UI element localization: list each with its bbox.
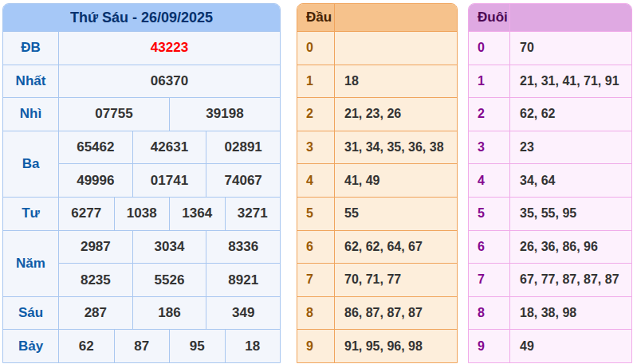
prize-label-nhi: Nhì: [3, 98, 59, 131]
prize-value: 06370: [59, 65, 280, 98]
prize-value: 5526: [132, 264, 206, 296]
prize-row-db: ĐB 43223: [3, 31, 280, 65]
dau-row-7: 7 70, 71, 77: [297, 263, 457, 296]
duoi-row-2: 2 62, 62: [469, 97, 631, 131]
prize-label-tu: Tư: [3, 198, 59, 230]
dau-row-5: 5 55: [297, 197, 457, 230]
prize-label-bay: Bảy: [3, 330, 59, 362]
dau-row-4: 4 41, 49: [297, 163, 457, 197]
dau-digit: 2: [297, 98, 335, 131]
duoi-values: 18, 38, 98: [510, 297, 631, 330]
dau-row-6: 6 62, 62, 64, 67: [297, 230, 457, 264]
lottery-results-page: Thứ Sáu - 26/09/2025 ĐB 43223 Nhất 06370…: [0, 0, 633, 364]
duoi-header-empty: [510, 4, 631, 31]
prize-value: 2987: [59, 231, 132, 264]
prize-row-bay: Bảy 62 87 95 18: [3, 329, 280, 362]
duoi-row-9: 9 49: [469, 329, 631, 362]
duoi-digit: 6: [469, 231, 510, 264]
dau-values: 86, 87, 87, 87: [335, 297, 457, 330]
dau-digit: 3: [297, 131, 335, 164]
duoi-values: 70: [510, 32, 631, 65]
duoi-digit: 1: [469, 65, 510, 98]
prize-value: 6277: [59, 198, 114, 230]
special-prize-value: 43223: [59, 32, 280, 65]
duoi-header-row: Đuôi: [469, 4, 631, 31]
dau-digit: 5: [297, 198, 335, 230]
dau-digit: 0: [297, 32, 335, 65]
duoi-row-0: 0 70: [469, 31, 631, 65]
prize-value: 02891: [206, 131, 280, 164]
duoi-header-label: Đuôi: [469, 4, 510, 31]
prize-value: 3034: [132, 231, 206, 264]
duoi-row-5: 5 35, 55, 95: [469, 197, 631, 230]
prize-value: 42631: [132, 131, 206, 164]
dau-digit: 1: [297, 65, 335, 98]
duoi-row-7: 7 67, 77, 87, 87, 87: [469, 263, 631, 296]
prize-value: 07755: [59, 98, 169, 131]
prize-row-ba: Ba 65462 42631 02891 49996 01741 74067: [3, 131, 280, 197]
duoi-row-3: 3 23: [469, 131, 631, 164]
prize-value: 8336: [206, 231, 280, 264]
prize-value: 1038: [114, 198, 170, 230]
prize-value: 01741: [132, 164, 206, 197]
duoi-digit: 3: [469, 131, 510, 164]
prize-row-nhi: Nhì 07755 39198: [3, 97, 280, 131]
prize-row-sau: Sáu 287 186 349: [3, 296, 280, 330]
prize-label-sau: Sáu: [3, 297, 59, 330]
duoi-digit: 0: [469, 32, 510, 65]
duoi-row-1: 1 21, 31, 41, 71, 91: [469, 65, 631, 98]
dau-digit: 8: [297, 297, 335, 330]
prize-value: 74067: [206, 164, 280, 197]
duoi-values: 26, 36, 86, 96: [510, 231, 631, 264]
prize-value: 1364: [169, 198, 225, 230]
prize-row-tu: Tư 6277 1038 1364 3271: [3, 197, 280, 230]
dau-row-2: 2 21, 23, 26: [297, 97, 457, 131]
prize-value: 287: [59, 297, 132, 330]
duoi-row-4: 4 34, 64: [469, 163, 631, 197]
prize-value: 87: [114, 330, 170, 362]
dau-values: 62, 62, 64, 67: [335, 231, 457, 264]
dau-values: 31, 34, 35, 36, 38: [335, 131, 457, 164]
prize-label-ba: Ba: [3, 131, 59, 197]
draw-date-title: Thứ Sáu - 26/09/2025: [3, 4, 280, 31]
prize-value: 62: [59, 330, 114, 362]
dau-values: 70, 71, 77: [335, 264, 457, 296]
prize-value: 65462: [59, 131, 132, 164]
duoi-values: 62, 62: [510, 98, 631, 131]
duoi-digit: 5: [469, 198, 510, 230]
prize-label-db: ĐB: [3, 32, 59, 65]
dau-row-1: 1 18: [297, 65, 457, 98]
prize-value: 349: [206, 297, 280, 330]
dau-row-3: 3 31, 34, 35, 36, 38: [297, 131, 457, 164]
duoi-values: 23: [510, 131, 631, 164]
prize-value: 49996: [59, 164, 132, 197]
dau-row-9: 9 91, 95, 96, 98: [297, 329, 457, 362]
duoi-row-8: 8 18, 38, 98: [469, 296, 631, 330]
dau-values: 41, 49: [335, 164, 457, 197]
prize-label-nam: Năm: [3, 231, 59, 296]
duoi-digit: 8: [469, 297, 510, 330]
dau-row-8: 8 86, 87, 87, 87: [297, 296, 457, 330]
dau-digit: 4: [297, 164, 335, 197]
dau-values: [335, 32, 457, 65]
prize-value: 39198: [169, 98, 280, 131]
prize-value: 8235: [59, 264, 132, 296]
duoi-digit: 7: [469, 264, 510, 296]
prize-value: 95: [169, 330, 225, 362]
prize-label-nhat: Nhất: [3, 65, 59, 98]
dau-values: 21, 23, 26: [335, 98, 457, 131]
dau-header-empty: [335, 4, 457, 31]
duoi-values: 67, 77, 87, 87, 87: [510, 264, 631, 296]
prize-value: 18: [225, 330, 281, 362]
dau-values: 55: [335, 198, 457, 230]
dau-header-label: Đầu: [297, 4, 335, 31]
dau-table: Đầu 0 1 18 2 21, 23, 26 3 31, 34, 35, 36…: [297, 3, 458, 363]
prize-value: 8921: [206, 264, 280, 296]
dau-digit: 7: [297, 264, 335, 296]
dau-digit: 6: [297, 231, 335, 264]
duoi-values: 21, 31, 41, 71, 91: [510, 65, 631, 98]
duoi-values: 34, 64: [510, 164, 631, 197]
duoi-digit: 4: [469, 164, 510, 197]
dau-digit: 9: [297, 330, 335, 362]
duoi-digit: 2: [469, 98, 510, 131]
